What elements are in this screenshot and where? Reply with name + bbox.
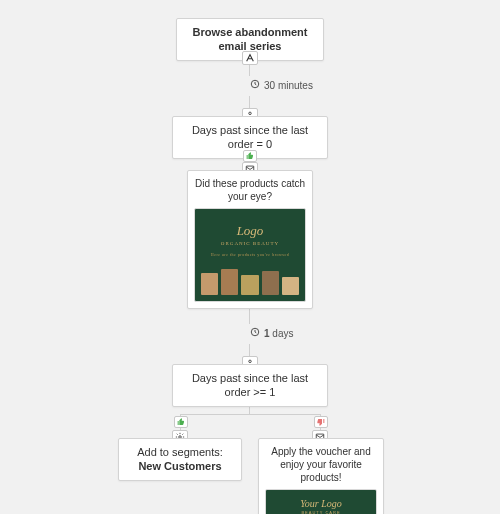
email-subject: Apply the voucher and enjoy your favorit…	[265, 445, 377, 484]
product-thumbnail	[282, 277, 299, 295]
condition-text: Days past since the last order >= 1	[181, 371, 319, 400]
email-node[interactable]: Did these products catch your eye? Logo …	[187, 170, 313, 309]
product-thumbnail	[262, 271, 279, 295]
thumbs-up-icon	[174, 416, 188, 428]
clock-icon	[250, 327, 260, 339]
thumbs-up-icon	[243, 150, 257, 162]
thumbs-down-icon	[314, 416, 328, 428]
condition-node[interactable]: Days past since the last order >= 1	[172, 364, 328, 407]
email-subject: Did these products catch your eye?	[194, 177, 306, 203]
delay-node: 30 minutes	[250, 79, 313, 91]
email-node[interactable]: Apply the voucher and enjoy your favorit…	[258, 438, 384, 514]
condition-text: Days past since the last order = 0	[181, 123, 319, 152]
brand-tagline: ORGANIC BEAUTY	[195, 241, 305, 246]
brand-tagline: BEAUTY CARE	[266, 510, 376, 514]
connector	[180, 414, 320, 415]
trigger-title: Browse abandonment email series	[185, 25, 315, 54]
action-text: Add to segments: New Customers	[127, 445, 233, 474]
svg-point-1	[249, 112, 252, 115]
clock-icon	[250, 79, 260, 91]
brand-logo: Your Logo	[266, 498, 376, 509]
trigger-icon	[242, 51, 258, 65]
product-thumbnail	[241, 275, 258, 295]
brand-logo: Logo	[195, 223, 305, 239]
product-thumbnail	[201, 273, 218, 295]
delay-text: 30 minutes	[264, 80, 313, 91]
email-headline: Here are the products you've browsed	[195, 252, 305, 257]
delay-unit: days	[270, 328, 294, 339]
product-thumbnail	[221, 269, 238, 295]
delay-node: 1 days	[250, 327, 293, 339]
action-node[interactable]: Add to segments: New Customers	[118, 438, 242, 481]
email-thumbnail: Logo ORGANIC BEAUTY Here are the product…	[194, 208, 306, 302]
svg-point-4	[249, 360, 252, 363]
email-thumbnail: Your Logo BEAUTY CARE APPLY THE VOUCHER	[265, 489, 377, 514]
